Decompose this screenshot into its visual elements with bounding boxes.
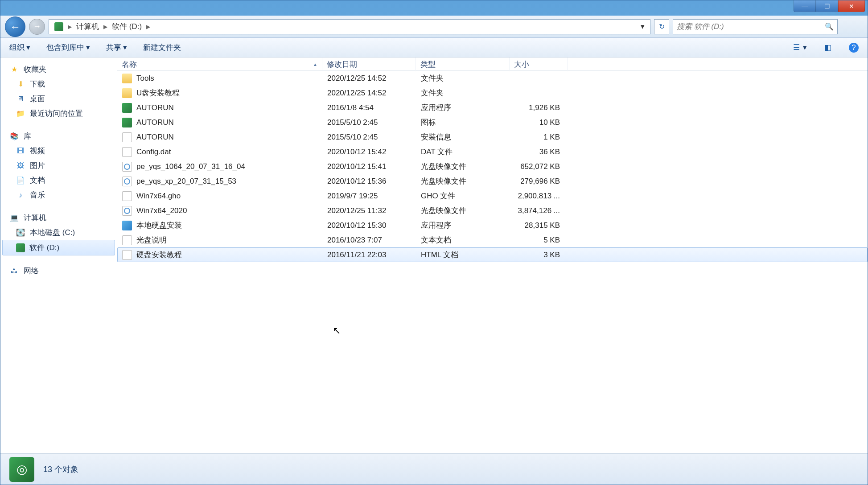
file-row[interactable]: Tools2020/12/25 14:52文件夹	[117, 71, 868, 86]
preview-pane-icon: ◧	[823, 43, 833, 53]
sidebar-recent[interactable]: 📁最近访问的位置	[2, 106, 115, 121]
minimize-button[interactable]: —	[794, 0, 816, 12]
file-row[interactable]: Config.dat2020/10/12 15:42DAT 文件36 KB	[117, 144, 868, 159]
file-row[interactable]: Win7x64.gho2019/9/7 19:25GHO 文件2,900,813…	[117, 189, 868, 203]
col-size-label: 大小	[514, 59, 529, 70]
chevron-down-icon: ▾	[123, 43, 127, 52]
include-in-library-menu[interactable]: 包含到库中 ▾	[44, 41, 93, 54]
pictures-label: 图片	[30, 160, 45, 171]
file-size: 1 KB	[510, 132, 568, 143]
col-name-label: 名称	[122, 59, 137, 70]
file-size: 1,926 KB	[510, 103, 568, 113]
file-type: 文本文档	[416, 234, 510, 246]
file-date: 2020/10/12 15:42	[323, 147, 416, 157]
file-list-pane[interactable]: 名称▲ 修改日期 类型 大小 Tools2020/12/25 14:52文件夹U…	[117, 58, 868, 453]
music-icon: ♪	[16, 191, 25, 200]
drive-d-label: 软件 (D:)	[29, 242, 59, 253]
search-input[interactable]	[677, 22, 834, 31]
help-button[interactable]: ?	[846, 41, 861, 54]
file-date: 2020/10/12 15:41	[323, 161, 416, 172]
search-box[interactable]: 🔍	[673, 19, 838, 34]
navigation-pane[interactable]: ★收藏夹 ⬇下载 🖥桌面 📁最近访问的位置 📚库 🎞视频 🖼图片 📄文档 ♪音乐…	[0, 58, 117, 453]
sidebar-desktop[interactable]: 🖥桌面	[2, 91, 115, 106]
file-app-icon	[122, 221, 132, 230]
file-row[interactable]: Win7x64_20202020/12/25 11:32光盘映像文件3,874,…	[117, 203, 868, 218]
file-size: 2,900,813 ...	[510, 191, 568, 201]
file-name: 本地硬盘安装	[136, 220, 182, 230]
new-folder-button[interactable]: 新建文件夹	[140, 41, 184, 54]
file-row[interactable]: 光盘说明2016/10/23 7:07文本文档5 KB	[117, 233, 868, 247]
file-name: Tools	[136, 74, 154, 83]
file-row[interactable]: pe_yqs_xp_20_07_31_15_532020/10/12 15:36…	[117, 174, 868, 189]
file-type: HTML 文档	[416, 249, 510, 261]
sidebar-network-header[interactable]: 🖧网络	[2, 263, 115, 278]
view-list-icon: ☰	[791, 43, 801, 53]
file-row[interactable]: AUTORUN2015/5/10 2:45安装信息1 KB	[117, 130, 868, 144]
file-date: 2015/5/10 2:45	[323, 117, 416, 128]
sidebar-favorites-header[interactable]: ★收藏夹	[2, 62, 115, 77]
file-row[interactable]: 本地硬盘安装2020/10/12 15:30应用程序28,315 KB	[117, 218, 868, 233]
file-row[interactable]: AUTORUN2015/5/10 2:45图标10 KB	[117, 115, 868, 130]
file-row[interactable]: U盘安装教程2020/12/25 14:52文件夹	[117, 86, 868, 100]
file-row[interactable]: pe_yqs_1064_20_07_31_16_042020/10/12 15:…	[117, 159, 868, 174]
sidebar-documents[interactable]: 📄文档	[2, 173, 115, 188]
sidebar-downloads[interactable]: ⬇下载	[2, 77, 115, 91]
view-mode-button[interactable]: ☰▾	[789, 41, 810, 54]
refresh-button[interactable]: ↻	[654, 19, 669, 34]
sidebar-drive-d[interactable]: 软件 (D:)	[2, 240, 115, 255]
library-icon: 📚	[9, 132, 19, 141]
file-name: Win7x64.gho	[136, 192, 181, 201]
sidebar-videos[interactable]: 🎞视频	[2, 144, 115, 158]
file-iso-icon	[122, 206, 132, 216]
preview-pane-button[interactable]: ◧	[820, 41, 835, 54]
file-type: 安装信息	[416, 131, 510, 143]
organize-menu[interactable]: 组织 ▾	[7, 41, 33, 54]
arrow-left-icon: ←	[10, 21, 21, 33]
column-date[interactable]: 修改日期	[322, 58, 416, 71]
file-date: 2019/9/7 19:25	[323, 191, 416, 201]
computer-label: 计算机	[24, 213, 46, 223]
file-type: 光盘映像文件	[416, 205, 510, 217]
chevron-right-icon: ▶	[103, 24, 107, 30]
file-name: Config.dat	[136, 148, 171, 156]
file-date: 2020/12/25 11:32	[323, 206, 416, 216]
libraries-label: 库	[24, 131, 31, 141]
file-name: pe_yqs_1064_20_07_31_16_04	[136, 162, 245, 171]
newfolder-label: 新建文件夹	[143, 42, 181, 53]
sidebar-music[interactable]: ♪音乐	[2, 188, 115, 202]
file-size: 10 KB	[510, 117, 568, 128]
drive-d-icon	[16, 243, 25, 252]
sidebar-computer-header[interactable]: 💻计算机	[2, 210, 115, 225]
videos-label: 视频	[30, 146, 45, 156]
sidebar-pictures[interactable]: 🖼图片	[2, 158, 115, 173]
breadcrumb-dropdown[interactable]: ▾	[637, 22, 648, 31]
breadcrumb-drive-d[interactable]: 软件 (D:)	[108, 21, 145, 33]
breadcrumb[interactable]: ▶ 计算机 ▶ 软件 (D:) ▶ ▾	[49, 19, 650, 34]
sidebar-drive-c[interactable]: 💽本地磁盘 (C:)	[2, 225, 115, 240]
desktop-icon: 🖥	[16, 95, 25, 103]
forward-button[interactable]: →	[29, 19, 45, 35]
back-button[interactable]: ←	[5, 16, 25, 37]
sidebar-libraries-header[interactable]: 📚库	[2, 129, 115, 144]
file-type: 文件夹	[416, 87, 510, 99]
body: ★收藏夹 ⬇下载 🖥桌面 📁最近访问的位置 📚库 🎞视频 🖼图片 📄文档 ♪音乐…	[0, 58, 868, 453]
maximize-button[interactable]: ☐	[816, 0, 838, 12]
close-button[interactable]: ✕	[838, 0, 865, 12]
organize-label: 组织	[9, 42, 25, 53]
breadcrumb-drive-icon[interactable]	[51, 21, 67, 32]
breadcrumb-computer[interactable]: 计算机	[73, 21, 103, 33]
share-menu[interactable]: 共享 ▾	[103, 41, 130, 54]
column-size[interactable]: 大小	[510, 58, 568, 71]
file-date: 2016/11/21 22:03	[323, 250, 416, 260]
file-exe-icon	[122, 103, 132, 113]
recent-icon: 📁	[16, 109, 25, 118]
file-row[interactable]: 硬盘安装教程2016/11/21 22:03HTML 文档3 KB	[117, 247, 868, 262]
file-date: 2016/1/8 4:54	[323, 103, 416, 113]
file-row[interactable]: AUTORUN2016/1/8 4:54应用程序1,926 KB	[117, 100, 868, 115]
file-size: 3 KB	[510, 250, 568, 260]
column-name[interactable]: 名称▲	[117, 58, 322, 71]
column-type[interactable]: 类型	[416, 58, 510, 71]
col-type-label: 类型	[420, 59, 436, 70]
file-rows: Tools2020/12/25 14:52文件夹U盘安装教程2020/12/25…	[117, 71, 868, 262]
search-icon: 🔍	[825, 22, 834, 31]
